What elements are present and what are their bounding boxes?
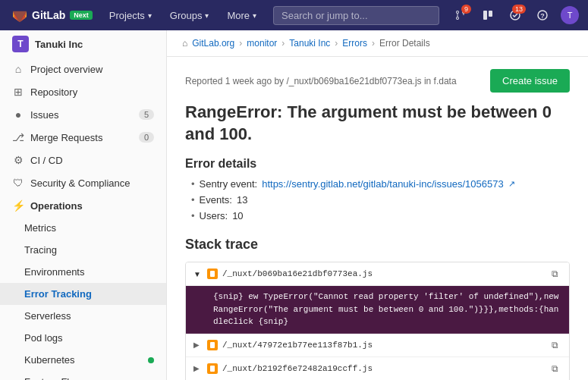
- error-title: RangeError: The argument must be between…: [185, 102, 570, 145]
- stack-frame-3[interactable]: ▶ /_nuxt/b2192f6e72482a19ccff.js ⧉: [186, 357, 569, 380]
- sidebar-label: Repository: [30, 86, 77, 98]
- nav-projects[interactable]: Projects ▾: [102, 0, 159, 30]
- expand-toggle-icon: ▶: [193, 341, 203, 349]
- user-avatar[interactable]: T: [558, 3, 582, 27]
- top-navigation: GitLab Next Projects ▾ Groups ▾ More ▾ 9…: [0, 0, 588, 30]
- home-icon: ⌂: [12, 63, 24, 75]
- file-icon: [207, 340, 218, 350]
- breadcrumb-sep4: ›: [372, 38, 375, 49]
- sidebar-item-serverless[interactable]: Serverless: [0, 305, 166, 327]
- reported-line: Reported 1 week ago by /_nuxt/b069ba16e2…: [185, 69, 570, 93]
- group-avatar: T: [12, 36, 29, 52]
- search-container: [273, 6, 439, 25]
- breadcrumb-sep3: ›: [335, 38, 338, 49]
- main-layout: T Tanuki Inc ⌂ Project overview ⊞ Reposi…: [0, 30, 588, 380]
- stack-frame-1[interactable]: ▼ /_nuxt/b069ba16e21dbf0773ea.js ⧉: [186, 262, 569, 286]
- sidebar-item-kubernetes[interactable]: Kubernetes: [0, 349, 166, 371]
- group-name: Tanuki Inc: [35, 39, 83, 50]
- sidebar-item-error-tracking[interactable]: Error Tracking: [0, 283, 166, 305]
- merge-requests-count: 9: [461, 5, 471, 14]
- sidebar-item-ci-cd[interactable]: ⚙ CI / CD: [0, 149, 166, 171]
- todos-icon[interactable]: 13: [503, 3, 527, 27]
- merge-requests-icon[interactable]: 9: [448, 3, 473, 27]
- copy-icon[interactable]: ⧉: [549, 338, 561, 352]
- reported-text: Reported 1 week ago by /_nuxt/b069ba16e2…: [185, 76, 457, 86]
- sentry-label: Sentry event:: [200, 178, 258, 190]
- sentry-link[interactable]: https://sentry.gitlab.net/gitlab/tanuki-…: [262, 178, 503, 190]
- nav-more[interactable]: More ▾: [219, 0, 264, 30]
- search-input[interactable]: [273, 6, 439, 25]
- error-code-line: {snip} ew TypeError("Cannot read propert…: [186, 286, 569, 334]
- breadcrumb-gitlab[interactable]: GitLab.org: [192, 38, 234, 49]
- sidebar-label: Project overview: [30, 64, 102, 75]
- breadcrumb-current: Error Details: [379, 38, 430, 49]
- copy-icon[interactable]: ⧉: [549, 267, 561, 281]
- svg-rect-0: [483, 11, 487, 20]
- sidebar-item-security[interactable]: 🛡 Security & Compliance: [0, 171, 166, 194]
- sidebar-label: Error Tracking: [24, 288, 92, 300]
- frame-filename: /_nuxt/47972e1b77ee113f87b1.js: [222, 341, 544, 350]
- stack-trace: ▼ /_nuxt/b069ba16e21dbf0773ea.js ⧉ {snip…: [185, 262, 570, 380]
- users-label: Users:: [200, 210, 228, 221]
- sidebar-label: Operations: [30, 200, 83, 212]
- issues-board-icon[interactable]: [476, 3, 500, 27]
- sidebar-item-repository[interactable]: ⊞ Repository: [0, 80, 166, 103]
- sentry-event-row: Sentry event: https://sentry.gitlab.net/…: [185, 178, 570, 190]
- file-icon: [207, 269, 218, 279]
- svg-text:?: ?: [540, 12, 545, 20]
- nav-groups[interactable]: Groups ▾: [162, 0, 217, 30]
- breadcrumb-monitor[interactable]: monitor: [247, 38, 277, 49]
- frame-filename: /_nuxt/b069ba16e21dbf0773ea.js: [222, 269, 544, 278]
- expand-toggle-icon: ▼: [193, 270, 203, 278]
- shield-icon: 🛡: [12, 177, 24, 189]
- page-content: Reported 1 week ago by /_nuxt/b069ba16e2…: [167, 57, 588, 380]
- copy-icon[interactable]: ⧉: [549, 362, 561, 375]
- error-code-text: {snip} ew TypeError("Cannot read propert…: [213, 292, 558, 326]
- nav-icon-group: 9 13 ? T: [448, 3, 582, 27]
- operations-icon: ⚡: [12, 199, 24, 212]
- events-value: 13: [237, 194, 247, 206]
- sidebar-label: Merge Requests: [30, 132, 102, 143]
- gitlab-logo[interactable]: GitLab Next: [6, 8, 99, 23]
- main-content: ⌂ GitLab.org › monitor › Tanuki Inc › Er…: [167, 30, 588, 380]
- sidebar-item-pod-logs[interactable]: Pod logs: [0, 327, 166, 349]
- svg-rect-1: [489, 11, 492, 17]
- sidebar-label: Tracing: [24, 244, 57, 256]
- sidebar-item-issues[interactable]: ● Issues 5: [0, 103, 166, 126]
- breadcrumb: ⌂ GitLab.org › monitor › Tanuki Inc › Er…: [167, 30, 588, 57]
- create-issue-button[interactable]: Create issue: [490, 69, 570, 93]
- sidebar-item-merge-requests[interactable]: ⎇ Merge Requests 0: [0, 126, 166, 149]
- sidebar-item-tracing[interactable]: Tracing: [0, 239, 166, 261]
- breadcrumb-errors[interactable]: Errors: [342, 38, 367, 49]
- sidebar-label: Kubernetes: [24, 354, 75, 366]
- sidebar: T Tanuki Inc ⌂ Project overview ⊞ Reposi…: [0, 30, 167, 380]
- gitlab-wordmark: GitLab: [32, 9, 65, 21]
- sidebar-item-environments[interactable]: Environments: [0, 261, 166, 283]
- breadcrumb-sep: ›: [239, 38, 242, 49]
- issues-badge: 5: [139, 109, 154, 120]
- ci-icon: ⚙: [12, 154, 24, 166]
- help-icon[interactable]: ?: [530, 3, 555, 27]
- chevron-down-icon: ▾: [253, 11, 256, 20]
- kubernetes-dot: [148, 357, 154, 363]
- next-badge: Next: [70, 11, 93, 20]
- sidebar-item-feature-flags[interactable]: Feature Flags: [0, 371, 166, 380]
- sidebar-item-operations[interactable]: ⚡ Operations: [0, 194, 166, 217]
- sidebar-item-metrics[interactable]: Metrics: [0, 217, 166, 239]
- expand-toggle-icon: ▶: [193, 364, 203, 372]
- error-details-heading: Error details: [185, 157, 570, 171]
- events-label: Events:: [200, 194, 232, 206]
- merge-requests-icon: ⎇: [12, 131, 24, 143]
- chevron-down-icon: ▾: [205, 11, 209, 20]
- sidebar-label: Feature Flags: [24, 376, 85, 380]
- sidebar-label: Issues: [30, 109, 59, 121]
- sidebar-label: Serverless: [24, 310, 71, 322]
- file-icon: [207, 363, 218, 374]
- todos-count: 13: [512, 5, 526, 14]
- stack-frame-2[interactable]: ▶ /_nuxt/47972e1b77ee113f87b1.js ⧉: [186, 334, 569, 357]
- sidebar-item-project-overview[interactable]: ⌂ Project overview: [0, 58, 166, 80]
- sidebar-group-header[interactable]: T Tanuki Inc: [0, 30, 166, 58]
- sidebar-label: Pod logs: [24, 332, 63, 344]
- breadcrumb-tanuki[interactable]: Tanuki Inc: [289, 38, 330, 49]
- repository-icon: ⊞: [12, 86, 24, 98]
